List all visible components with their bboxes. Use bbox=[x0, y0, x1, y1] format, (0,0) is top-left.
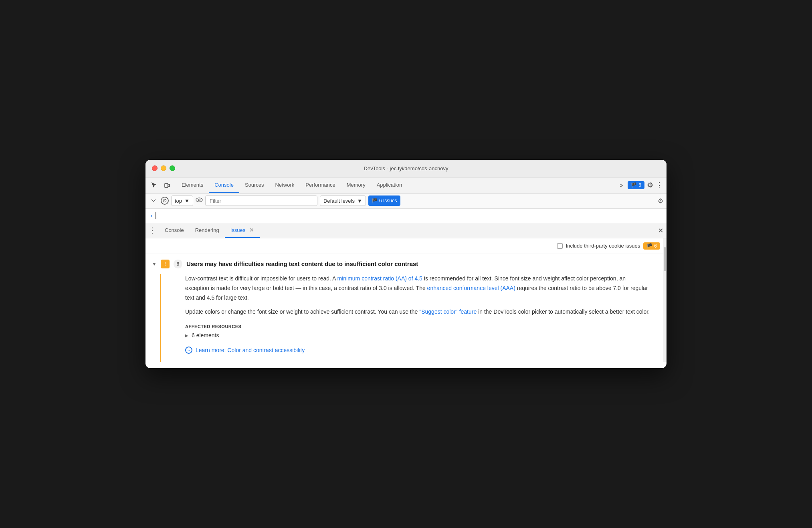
issue-content: Low-contrast text is difficult or imposs… bbox=[160, 274, 660, 362]
tab-elements[interactable]: Elements bbox=[176, 177, 209, 193]
warning-count: 6 bbox=[654, 243, 657, 249]
fullscreen-button[interactable] bbox=[170, 165, 175, 171]
issues-flag-icon: 🏴 bbox=[631, 182, 637, 188]
third-party-checkbox[interactable] bbox=[557, 243, 563, 249]
secondary-tabs-menu-button[interactable]: ⋮ bbox=[149, 226, 156, 235]
issues-count-badge[interactable]: 🏴 6 Issues bbox=[368, 195, 400, 206]
tab-sources[interactable]: Sources bbox=[239, 177, 270, 193]
levels-label: Default levels bbox=[323, 198, 355, 204]
tab-console-secondary[interactable]: Console bbox=[159, 223, 190, 238]
issue-header[interactable]: ▼ ! 6 Users may have difficulties readin… bbox=[145, 254, 667, 274]
console-cursor bbox=[156, 212, 156, 219]
devtools-window: DevTools - jec.fyi/demo/cds-anchovy Elem… bbox=[145, 160, 667, 368]
learn-more-section: → Learn more: Color and contrast accessi… bbox=[185, 347, 650, 354]
affected-resources: AFFECTED RESOURCES ▶ 6 elements bbox=[185, 324, 650, 339]
minimize-button[interactable] bbox=[161, 165, 166, 171]
tab-rendering[interactable]: Rendering bbox=[190, 223, 225, 238]
issues-count: 6 bbox=[638, 182, 641, 188]
warning-icon-flag: 🏴 bbox=[646, 243, 652, 249]
issues-count-text: 6 Issues bbox=[379, 198, 397, 204]
issues-tab-close-button[interactable]: ✕ bbox=[249, 227, 254, 233]
close-button[interactable] bbox=[152, 165, 158, 171]
issue-item: ▼ ! 6 Users may have difficulties readin… bbox=[145, 254, 667, 362]
toolbar-left-icons bbox=[149, 179, 173, 191]
frame-selector[interactable]: top ▼ bbox=[171, 195, 193, 206]
tab-issues[interactable]: Issues ✕ bbox=[225, 223, 260, 238]
affected-resources-title: AFFECTED RESOURCES bbox=[185, 324, 650, 329]
third-party-row: Include third-party cookie issues 🏴 6 bbox=[145, 238, 667, 254]
console-input-area[interactable]: › bbox=[145, 209, 667, 223]
toolbar-right: » 🏴 6 ⚙ ⋮ bbox=[618, 180, 663, 190]
scrollbar-thumb[interactable] bbox=[664, 247, 666, 271]
learn-more-circle-icon: → bbox=[185, 347, 192, 354]
chevron-down-icon: ▼ bbox=[152, 261, 157, 267]
secondary-tabs-bar: ⋮ Console Rendering Issues ✕ ✕ bbox=[145, 223, 667, 238]
issue-count: 6 bbox=[174, 260, 182, 268]
elements-toggle[interactable]: ▶ 6 elements bbox=[185, 332, 650, 339]
third-party-label: Include third-party cookie issues bbox=[566, 243, 640, 249]
inspect-element-button[interactable] bbox=[149, 179, 160, 191]
svg-rect-1 bbox=[168, 184, 170, 187]
svg-point-2 bbox=[196, 198, 202, 202]
issue-description: Low-contrast text is difficult or imposs… bbox=[185, 274, 650, 317]
issue-warning-icon: ! bbox=[161, 260, 170, 268]
issue-title: Users may have difficulties reading text… bbox=[186, 260, 418, 267]
suggest-color-link[interactable]: "Suggest color" feature bbox=[419, 308, 477, 315]
main-nav-tabs: Elements Console Sources Network Perform… bbox=[176, 177, 618, 193]
devtools-toolbar: Elements Console Sources Network Perform… bbox=[145, 177, 667, 193]
more-tabs-button[interactable]: » bbox=[618, 180, 626, 190]
elements-count: 6 elements bbox=[192, 332, 219, 339]
more-options-button[interactable]: ⋮ bbox=[656, 181, 663, 189]
issue-description-p1: Low-contrast text is difficult or imposs… bbox=[185, 274, 650, 302]
issue-description-p2: Update colors or change the font size or… bbox=[185, 307, 650, 317]
tab-performance[interactable]: Performance bbox=[300, 177, 341, 193]
learn-more-link[interactable]: Learn more: Color and contrast accessibi… bbox=[196, 347, 305, 353]
console-bar: ∅ top ▼ Default levels ▼ 🏴 6 Issues ⚙ bbox=[145, 193, 667, 209]
no-errors-icon[interactable]: ∅ bbox=[161, 197, 169, 205]
window-title: DevTools - jec.fyi/demo/cds-anchovy bbox=[364, 165, 448, 171]
frame-dropdown-icon: ▼ bbox=[184, 198, 190, 204]
tab-network[interactable]: Network bbox=[270, 177, 300, 193]
contrast-ratio-link[interactable]: minimum contrast ratio (AA) of 4.5 bbox=[337, 275, 422, 282]
console-prompt: › bbox=[150, 212, 152, 219]
close-drawer-button[interactable]: ✕ bbox=[658, 227, 663, 234]
elements-toggle-arrow: ▶ bbox=[185, 333, 188, 338]
svg-point-3 bbox=[198, 199, 200, 201]
issues-panel: Include third-party cookie issues 🏴 6 ▼ … bbox=[145, 238, 667, 362]
traffic-lights bbox=[152, 165, 175, 171]
svg-rect-0 bbox=[165, 183, 168, 187]
scrollbar[interactable] bbox=[663, 238, 667, 362]
frame-value: top bbox=[175, 198, 182, 204]
filter-input[interactable] bbox=[205, 195, 317, 206]
title-bar: DevTools - jec.fyi/demo/cds-anchovy bbox=[145, 160, 667, 177]
tab-application[interactable]: Application bbox=[371, 177, 408, 193]
eye-icon[interactable] bbox=[196, 197, 203, 204]
aaa-conformance-link[interactable]: enhanced conformance level (AAA) bbox=[427, 285, 515, 291]
tab-memory[interactable]: Memory bbox=[341, 177, 371, 193]
console-left-icon bbox=[149, 196, 158, 206]
levels-dropdown-icon: ▼ bbox=[357, 198, 362, 204]
issues-warning-badge: 🏴 6 bbox=[643, 242, 660, 250]
tab-console[interactable]: Console bbox=[209, 177, 239, 193]
device-toolbar-button[interactable] bbox=[162, 179, 173, 191]
levels-selector[interactable]: Default levels ▼ bbox=[320, 195, 366, 206]
settings-button[interactable]: ⚙ bbox=[647, 181, 653, 189]
third-party-checkbox-container: Include third-party cookie issues bbox=[557, 243, 640, 249]
issues-button[interactable]: 🏴 6 bbox=[628, 181, 644, 189]
issues-flag-icon2: 🏴 bbox=[372, 198, 378, 204]
console-settings-button[interactable]: ⚙ bbox=[658, 197, 663, 205]
